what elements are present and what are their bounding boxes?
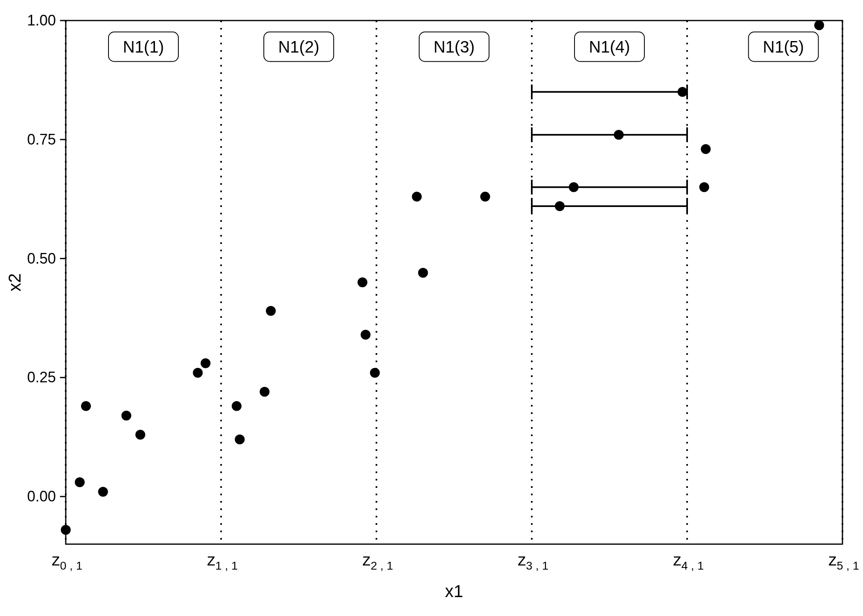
bin-labels: N1(1)N1(2)N1(3)N1(4)N1(5) <box>108 32 818 62</box>
x-tick-label-main: z <box>362 551 371 569</box>
data-point <box>614 130 624 140</box>
data-point <box>699 182 709 192</box>
data-point <box>98 487 108 497</box>
bin-label: N1(1) <box>123 38 164 56</box>
data-point <box>678 87 688 97</box>
data-point <box>121 411 131 421</box>
scatter-points <box>61 21 824 535</box>
x-axis-label: x1 <box>445 582 463 601</box>
data-point <box>260 387 270 397</box>
data-point <box>75 477 85 487</box>
data-point <box>201 359 210 368</box>
y-tick-label: 0.25 <box>27 369 56 386</box>
data-point <box>370 368 380 378</box>
plot-panel <box>66 21 842 544</box>
data-point <box>81 401 91 411</box>
x-tick-label-sub: 2 , 1 <box>371 559 393 572</box>
bin-label: N1(3) <box>434 38 475 56</box>
y-tick-label: 1.00 <box>27 12 56 29</box>
data-point <box>569 182 579 192</box>
data-point <box>814 21 824 30</box>
data-point <box>555 201 565 211</box>
bin-label: N1(4) <box>589 38 630 56</box>
data-point <box>701 144 711 154</box>
x-tick-label-sub: 1 , 1 <box>215 559 238 572</box>
data-point <box>232 401 242 411</box>
data-point <box>412 192 422 202</box>
x-axis: z0 , 1z1 , 1z2 , 1z3 , 1z4 , 1z5 , 1 <box>52 551 859 572</box>
vertical-partition-lines <box>66 21 842 544</box>
svg-rect-0 <box>66 21 842 544</box>
data-point <box>266 306 276 316</box>
scatter-chart: 0.000.250.500.751.00 z0 , 1z1 , 1z2 , 1z… <box>0 0 863 616</box>
y-axis-label: x2 <box>5 273 24 291</box>
x-tick-label-main: z <box>207 551 215 569</box>
data-point <box>358 278 367 287</box>
x-tick-label-main: z <box>518 551 526 569</box>
data-point <box>135 430 145 439</box>
x-tick-label-sub: 3 , 1 <box>526 559 548 572</box>
y-tick-label: 0.50 <box>27 250 56 267</box>
data-point <box>61 525 71 535</box>
x-tick-label-sub: 4 , 1 <box>681 559 704 572</box>
y-tick-label: 0.75 <box>27 131 56 148</box>
x-tick-label-main: z <box>52 551 60 569</box>
x-tick-label-main: z <box>828 551 837 569</box>
interval-bars <box>532 85 687 214</box>
x-tick-label-sub: 0 , 1 <box>60 559 82 572</box>
chart-container: 0.000.250.500.751.00 z0 , 1z1 , 1z2 , 1z… <box>0 0 863 616</box>
data-point <box>418 268 428 278</box>
y-tick-label: 0.00 <box>27 488 56 505</box>
y-axis: 0.000.250.500.751.00 <box>27 12 66 505</box>
x-tick-label-sub: 5 , 1 <box>837 559 859 572</box>
bin-label: N1(5) <box>763 38 804 56</box>
data-point <box>235 434 245 444</box>
data-point <box>480 192 490 202</box>
data-point <box>193 368 203 378</box>
x-tick-label-main: z <box>673 551 681 569</box>
data-point <box>361 330 371 340</box>
bin-label: N1(2) <box>278 38 319 56</box>
